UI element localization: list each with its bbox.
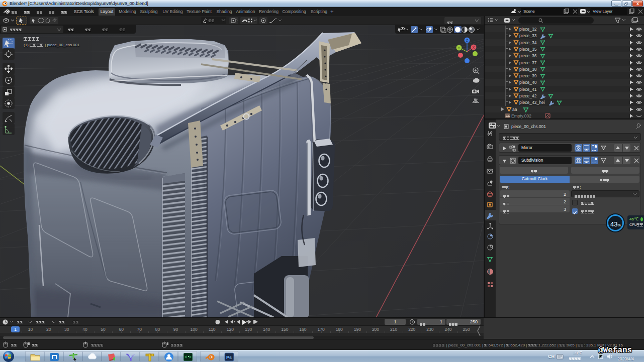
svg-text:Z: Z (466, 39, 468, 42)
svg-text:Ps: Ps (226, 355, 232, 360)
svg-text:X: X (473, 46, 475, 49)
svg-text:Y: Y (458, 46, 461, 50)
